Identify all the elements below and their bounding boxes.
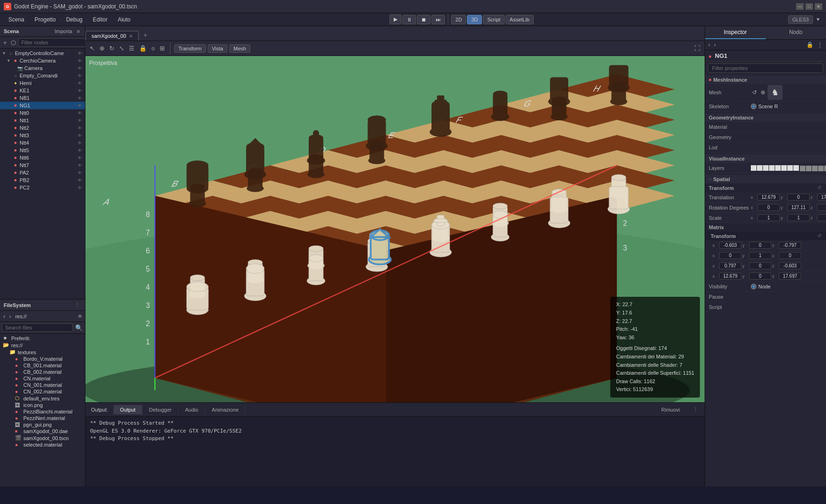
assetlib-button[interactable]: AssetLib — [506, 15, 534, 24]
m01-field[interactable] — [749, 242, 771, 249]
tree-item-empty-comandi[interactable]: ○ Empty_Comandi 👁 — [0, 72, 85, 79]
eye-ng1[interactable]: 👁 — [77, 103, 83, 108]
script-button[interactable]: Script — [483, 15, 504, 24]
vp-rotate-button[interactable]: ↻ — [108, 44, 116, 52]
close-button[interactable]: ✕ — [815, 3, 822, 10]
instance-button[interactable]: ⬡ — [9, 39, 17, 47]
eye-ntt5[interactable]: 👁 — [77, 148, 83, 153]
layer-3[interactable] — [763, 165, 769, 171]
renderer-arrow[interactable]: ▼ — [814, 17, 822, 22]
eye-emptycontrollocame[interactable]: 👁 — [77, 51, 83, 56]
output-tab-debugger[interactable]: Debugger — [142, 405, 178, 414]
3d-viewport[interactable]: Prospettiva — [85, 56, 705, 402]
matrix-header[interactable]: Matrix — [705, 223, 826, 231]
transform-reset-btn[interactable]: ↺ — [816, 185, 822, 191]
mesh-button[interactable]: Mesh — [229, 44, 250, 53]
rimuovi-button[interactable]: Rimuovi — [655, 405, 686, 414]
scale-y-field[interactable] — [787, 214, 810, 221]
eye-ntt7[interactable]: 👁 — [77, 163, 83, 168]
inspector-options-button[interactable]: ⋮ — [816, 41, 824, 49]
eye-ntt4[interactable]: 👁 — [77, 140, 83, 146]
vp-scale-button[interactable]: ⤡ — [118, 44, 126, 52]
transform-matrix-header[interactable]: Transform ↺ — [705, 231, 826, 240]
m30-field[interactable] — [719, 273, 741, 280]
vp-select-button[interactable]: ⊕ — [98, 44, 106, 52]
fs-item-pezzi-bianchi[interactable]: ● PezziBianchi.material — [0, 408, 85, 415]
m02-field[interactable] — [779, 242, 801, 249]
layer-4[interactable] — [769, 165, 775, 171]
menu-aiuto[interactable]: Aiuto — [113, 15, 135, 24]
stop-button[interactable]: ⏹ — [417, 15, 431, 24]
tree-item-cerchiocamera[interactable]: ▼ ■ CerchioCamera 👁 — [0, 57, 85, 64]
layer-2[interactable] — [757, 165, 762, 171]
mode-2d-button[interactable]: 2D — [451, 15, 466, 24]
mesh-reset-btn[interactable]: ↺ — [751, 89, 758, 96]
output-tab-audio[interactable]: Audio — [178, 405, 205, 414]
minimize-button[interactable]: — — [796, 3, 804, 10]
fs-item-cb001[interactable]: ● CB_001.material — [0, 362, 85, 369]
tab-inspector[interactable]: Inspector — [705, 26, 766, 39]
scene-menu-button[interactable]: ≡ — [76, 28, 81, 35]
fullscreen-button[interactable]: ⛶ — [693, 44, 702, 52]
eye-pc2[interactable]: 👁 — [77, 185, 83, 190]
eye-ke1[interactable]: 👁 — [77, 88, 83, 93]
translation-y-field[interactable] — [787, 194, 810, 201]
tree-item-ntt0[interactable]: ■ Ntt0 👁 — [0, 109, 85, 117]
mesh-select-btn[interactable]: ⊕ — [759, 89, 767, 96]
layer-5[interactable] — [775, 165, 781, 171]
fs-search-button[interactable]: 🔍 — [74, 324, 84, 332]
vista-button[interactable]: Vista — [208, 44, 227, 53]
transform-button[interactable]: Transform — [174, 44, 206, 53]
fs-item-cn002[interactable]: ● CN_002.material — [0, 388, 85, 395]
m32-field[interactable] — [779, 273, 801, 280]
vp-extra1[interactable]: ☰ — [127, 44, 136, 52]
geometry-header[interactable]: GeometryInstance — [705, 113, 826, 122]
history-forward-button[interactable]: › — [713, 41, 717, 49]
tab-close-icon[interactable]: ✕ — [129, 34, 133, 39]
fs-item-samxgodot-dae[interactable]: ■ samXgodot_00.dae — [0, 428, 85, 434]
eye-pb2[interactable]: 👁 — [77, 178, 83, 183]
transform-subheader[interactable]: Transform ↺ — [705, 183, 826, 192]
scale-z-field[interactable] — [817, 214, 826, 221]
fs-item-pezzi-neri[interactable]: ● PezziNeri.material — [0, 415, 85, 421]
pause-button[interactable]: ⏸ — [402, 15, 416, 24]
layer-7[interactable] — [787, 165, 793, 171]
m10-field[interactable] — [719, 252, 741, 259]
tree-item-ntt6[interactable]: ■ Ntt6 👁 — [0, 154, 85, 161]
visualinstance-header[interactable]: VisualInstance — [705, 154, 826, 163]
mode-3d-button[interactable]: 3D — [467, 15, 482, 24]
inspector-filter-input[interactable] — [708, 63, 823, 73]
layer-12[interactable] — [818, 166, 824, 171]
maximize-button[interactable]: □ — [805, 3, 813, 10]
menu-editor[interactable]: Editor — [88, 15, 112, 24]
m12-field[interactable] — [779, 252, 801, 259]
fs-toggle-button[interactable]: ≡ — [77, 312, 83, 320]
tree-item-ntt7[interactable]: ■ Ntt7 👁 — [0, 161, 85, 169]
eye-cerchiocamera[interactable]: 👁 — [77, 58, 83, 63]
eye-camera[interactable]: 👁 — [77, 66, 83, 71]
vp-move-button[interactable]: ↖ — [88, 44, 96, 52]
rotation-x-field[interactable] — [757, 204, 780, 211]
fs-item-default-env[interactable]: ⬡ default_env.tres — [0, 395, 85, 402]
add-tab-button[interactable]: + — [140, 29, 151, 41]
filesystem-menu-button[interactable]: ⋮ — [73, 301, 81, 308]
m20-field[interactable] — [719, 262, 741, 269]
step-button[interactable]: ⏭ — [431, 15, 445, 24]
eye-ntt0[interactable]: 👁 — [77, 111, 83, 116]
fs-item-res[interactable]: 📂 res:// — [0, 342, 85, 349]
meshinstance-header[interactable]: ■ MeshInstance — [705, 76, 826, 84]
fs-forward-button[interactable]: › — [7, 312, 12, 320]
layer-1[interactable] — [751, 165, 756, 171]
transform-matrix-reset-btn[interactable]: ↺ — [816, 233, 822, 239]
inspector-lock-button[interactable]: 🔒 — [805, 41, 815, 49]
output-menu-button[interactable]: ⋮ — [686, 405, 705, 414]
spatial-header[interactable]: ○ Spatial — [705, 175, 826, 183]
importa-button[interactable]: Importa — [53, 28, 73, 35]
eye-empty-comandi[interactable]: 👁 — [77, 73, 83, 78]
menu-debug[interactable]: Debug — [61, 15, 87, 24]
fs-item-cn[interactable]: ● CN.material — [0, 375, 85, 382]
eye-ntt6[interactable]: 👁 — [77, 155, 83, 161]
tree-item-ntt2[interactable]: ■ Ntt2 👁 — [0, 124, 85, 132]
layer-11[interactable] — [812, 166, 818, 171]
m11-field[interactable] — [749, 252, 771, 259]
